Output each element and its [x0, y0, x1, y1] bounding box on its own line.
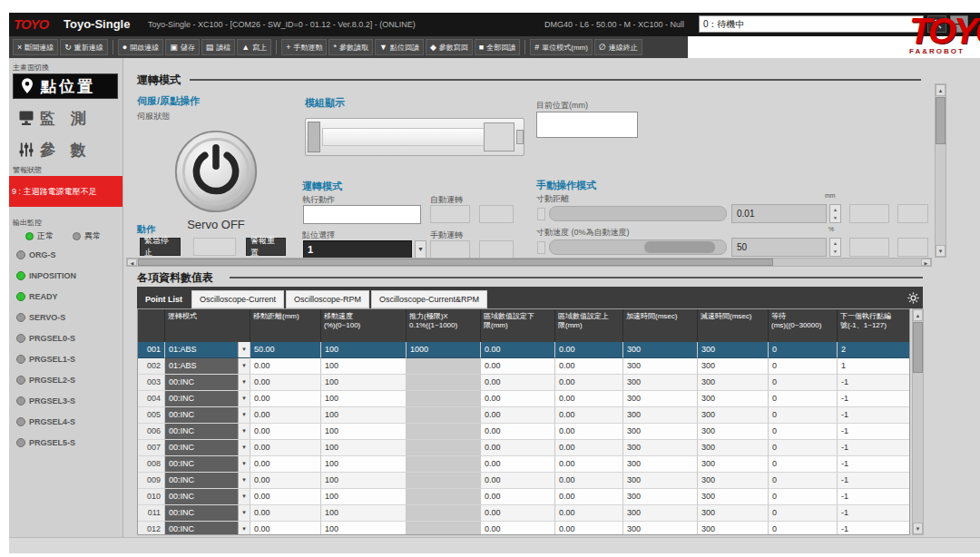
cell-zone_high[interactable]: 0.00 [555, 391, 623, 407]
mode-cell[interactable]: 00:INC▼ [165, 391, 250, 407]
cell-acc[interactable]: 300 [623, 424, 698, 440]
mode-cell[interactable]: 01:ABS▼ [165, 358, 250, 375]
cell-wait[interactable]: 0 [769, 440, 838, 456]
table-row[interactable]: 00800:INC▼0.001000.000.003003000-1 [138, 456, 909, 473]
table-row[interactable]: 00700:INC▼0.001000.000.003003000-1 [138, 440, 909, 456]
mode-cell[interactable]: 00:INC▼ [165, 440, 250, 456]
mode-dropdown-icon[interactable]: ▼ [238, 424, 250, 439]
cell-zone_high[interactable]: 0.00 [555, 522, 623, 535]
mode-panel-vertical-scrollbar[interactable]: ▲ ▼ [935, 83, 946, 258]
cell-thrust[interactable] [407, 391, 481, 407]
cell-zone_high[interactable]: 0.00 [555, 342, 623, 358]
read-file-button[interactable]: ▤讀檔 [201, 39, 236, 55]
cell-speed[interactable]: 100 [321, 440, 407, 456]
cell-thrust[interactable] [407, 522, 481, 535]
cell-dist[interactable]: 0.00 [250, 456, 321, 473]
cell-acc[interactable]: 300 [623, 473, 698, 489]
cell-speed[interactable]: 100 [321, 522, 407, 535]
cell-next[interactable]: 1 [838, 358, 910, 375]
cell-thrust[interactable] [407, 375, 481, 391]
manual-run-fwd-button[interactable] [430, 240, 470, 259]
table-row[interactable]: 00201:ABS▼0.001000.000.0030030001 [138, 358, 909, 375]
open-connection-button[interactable]: ●開啟連線 [118, 39, 163, 55]
cell-wait[interactable]: 0 [769, 522, 838, 535]
cell-next[interactable]: -1 [838, 375, 910, 391]
cell-speed[interactable]: 100 [321, 489, 407, 505]
cell-wait[interactable]: 0 [769, 391, 838, 407]
cell-acc[interactable]: 300 [623, 407, 698, 424]
manual-run-rev-button[interactable] [479, 240, 514, 259]
scroll-left-icon[interactable]: ◀ [127, 259, 137, 266]
cell-zone_high[interactable]: 0.00 [555, 440, 623, 456]
cell-thrust[interactable] [407, 440, 481, 456]
cell-acc[interactable]: 300 [623, 375, 698, 391]
exec-action-field[interactable] [303, 205, 421, 224]
cell-wait[interactable]: 0 [769, 505, 838, 522]
horizontal-scrollbar[interactable]: ◀ ▶ [126, 258, 932, 267]
cell-dec[interactable]: 300 [698, 440, 769, 456]
cell-zone_low[interactable]: 0.00 [481, 391, 555, 407]
cell-dist[interactable]: 0.00 [250, 473, 321, 489]
cell-wait[interactable]: 0 [769, 456, 838, 473]
cell-speed[interactable]: 100 [321, 342, 407, 358]
cell-speed[interactable]: 100 [321, 375, 407, 391]
table-row[interactable]: 01100:INC▼0.001000.000.003003000-1 [138, 505, 909, 522]
cell-wait[interactable]: 0 [769, 375, 838, 391]
cell-zone_low[interactable]: 0.00 [481, 522, 555, 535]
cell-zone_low[interactable]: 0.00 [481, 375, 555, 391]
cell-zone_high[interactable]: 0.00 [555, 358, 623, 375]
cell-dec[interactable]: 300 [698, 456, 769, 473]
current-position-field[interactable] [536, 112, 638, 138]
cell-dec[interactable]: 300 [698, 424, 769, 440]
cell-next[interactable]: -1 [838, 407, 910, 424]
table-row[interactable]: 00101:ABS▼50.0010010000.000.0030030002 [138, 342, 909, 358]
cell-wait[interactable]: 0 [769, 358, 838, 375]
cell-thrust[interactable] [407, 456, 481, 473]
cell-zone_low[interactable]: 0.00 [481, 489, 555, 505]
origin-return-button[interactable] [193, 238, 236, 256]
mode-dropdown-icon[interactable]: ▼ [238, 473, 250, 488]
cell-dec[interactable]: 300 [698, 391, 769, 407]
cell-dist[interactable]: 0.00 [250, 424, 321, 440]
table-row[interactable]: 00400:INC▼0.001000.000.003003000-1 [138, 391, 909, 407]
cell-dist[interactable]: 0.00 [250, 489, 321, 505]
cell-acc[interactable]: 300 [623, 489, 698, 505]
cell-thrust[interactable]: 1000 [407, 342, 481, 358]
cell-next[interactable]: -1 [838, 440, 910, 456]
point-readback-button[interactable]: ▼點位回讀 [375, 39, 424, 55]
hscrollbar-thumb[interactable] [138, 259, 773, 266]
table-scroll-down-icon[interactable]: ▼ [913, 523, 923, 534]
cell-wait[interactable]: 0 [769, 489, 838, 505]
cell-dist[interactable]: 0.00 [250, 505, 321, 522]
jog-speed-stepper[interactable]: ▲▼ [829, 238, 841, 257]
mode-cell[interactable]: 00:INC▼ [165, 424, 250, 440]
jog-speed-plus2-button[interactable] [897, 238, 928, 257]
mode-cell[interactable]: 01:ABS▼ [165, 342, 250, 358]
read-all-button[interactable]: ■全部回讀 [475, 39, 520, 55]
cell-dist[interactable]: 0.00 [250, 375, 321, 391]
jog-minus-button[interactable] [849, 204, 889, 223]
cell-next[interactable]: -1 [838, 505, 910, 522]
cell-speed[interactable]: 100 [321, 358, 407, 375]
param-read-button[interactable]: *參數讀取 [328, 39, 373, 55]
cell-acc[interactable]: 300 [623, 505, 698, 522]
sidebar-item-monitor[interactable]: 監 測 [13, 105, 118, 131]
cell-acc[interactable]: 300 [623, 391, 698, 407]
gear-icon[interactable] [907, 291, 919, 308]
param-writeback-button[interactable]: ◆參數寫回 [426, 39, 473, 55]
table-row[interactable]: 00900:INC▼0.001000.000.003003000-1 [138, 473, 909, 489]
cell-thrust[interactable] [407, 358, 481, 375]
cell-zone_low[interactable]: 0.00 [481, 424, 555, 440]
cell-dec[interactable]: 300 [698, 407, 769, 424]
mode-dropdown-icon[interactable]: ▼ [238, 456, 250, 472]
mode-cell[interactable]: 00:INC▼ [165, 407, 250, 424]
status-combobox[interactable]: 0：待機中 [699, 15, 924, 33]
cell-dec[interactable]: 300 [698, 375, 769, 391]
cell-acc[interactable]: 300 [623, 342, 698, 358]
cell-next[interactable]: -1 [838, 391, 910, 407]
cell-dist[interactable]: 0.00 [250, 440, 321, 456]
mode-cell[interactable]: 00:INC▼ [165, 489, 250, 505]
cell-next[interactable]: -1 [838, 424, 910, 440]
cell-speed[interactable]: 100 [321, 505, 407, 522]
mode-dropdown-icon[interactable]: ▼ [238, 489, 250, 504]
